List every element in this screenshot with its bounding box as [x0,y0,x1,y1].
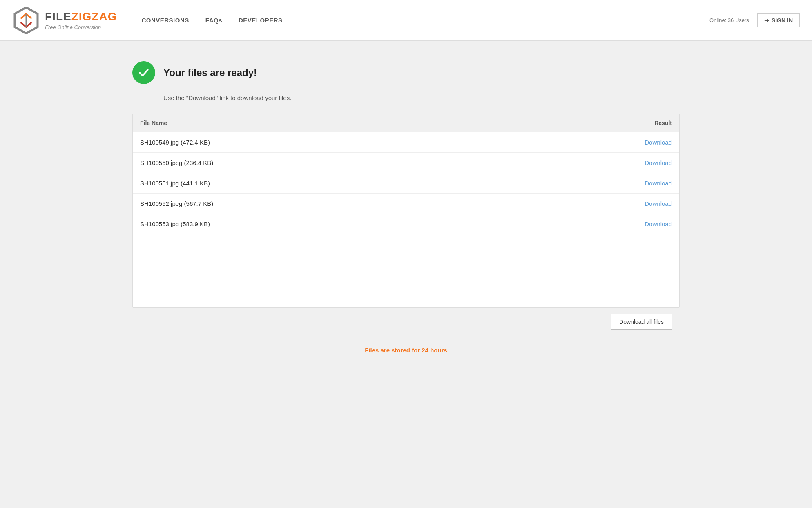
table-row: SH100552.jpeg (567.7 KB)Download [133,194,679,214]
download-cell: Download [503,153,679,173]
nav-faqs[interactable]: FAQs [205,17,222,24]
nav-conversions[interactable]: CONVERSIONS [141,17,189,24]
col-result-header: Result [503,114,679,132]
header-right: Online: 36 Users ➜ SIGN IN [709,13,800,27]
table-row: SH100550.jpeg (236.4 KB)Download [133,153,679,173]
logo-icon [12,7,40,34]
file-name-cell: SH100549.jpg (472.4 KB) [133,132,503,153]
site-header: FILEZIGZAG Free Online Conversion CONVER… [0,0,812,41]
download-all-button[interactable]: Download all files [611,314,672,330]
file-name-cell: SH100551.jpg (441.1 KB) [133,173,503,194]
sign-in-icon: ➜ [764,17,769,24]
download-link[interactable]: Download [645,200,672,207]
file-name-cell: SH100553.jpg (583.9 KB) [133,214,503,234]
table-footer: Download all files [132,308,680,335]
download-link[interactable]: Download [645,159,672,166]
table-row: SH100553.jpg (583.9 KB)Download [133,214,679,234]
download-cell: Download [503,194,679,214]
ready-subtitle: Use the "Download" link to download your… [163,94,680,101]
ready-title: Your files are ready! [163,67,257,78]
online-users-label: Online: 36 Users [709,17,749,23]
main-content: Your files are ready! Use the "Download"… [120,41,692,370]
download-cell: Download [503,214,679,234]
download-link[interactable]: Download [645,221,672,227]
storage-notice: Files are stored for 24 hours [132,347,680,354]
table-header-row: File Name Result [133,114,679,132]
download-cell: Download [503,132,679,153]
logo-zigzag-text: ZIGZAG [71,10,117,23]
file-table: File Name Result SH100549.jpg (472.4 KB)… [133,114,679,234]
file-name-cell: SH100552.jpeg (567.7 KB) [133,194,503,214]
logo-file-text: FILE [45,10,71,23]
sign-in-button[interactable]: ➜ SIGN IN [757,13,800,27]
download-link[interactable]: Download [645,139,672,146]
file-table-container: File Name Result SH100549.jpg (472.4 KB)… [132,114,680,308]
logo-tagline: Free Online Conversion [45,24,117,30]
table-row: SH100549.jpg (472.4 KB)Download [133,132,679,153]
logo-link[interactable]: FILEZIGZAG Free Online Conversion [12,7,117,34]
col-filename-header: File Name [133,114,503,132]
download-link[interactable]: Download [645,180,672,187]
download-cell: Download [503,173,679,194]
nav-developers[interactable]: DEVELOPERS [239,17,283,24]
table-row: SH100551.jpg (441.1 KB)Download [133,173,679,194]
empty-area [133,234,679,307]
main-nav: CONVERSIONS FAQs DEVELOPERS [141,17,282,24]
sign-in-label: SIGN IN [772,17,793,24]
success-icon [132,61,155,84]
logo-text: FILEZIGZAG Free Online Conversion [45,10,117,30]
file-name-cell: SH100550.jpeg (236.4 KB) [133,153,503,173]
success-header: Your files are ready! [132,61,680,84]
